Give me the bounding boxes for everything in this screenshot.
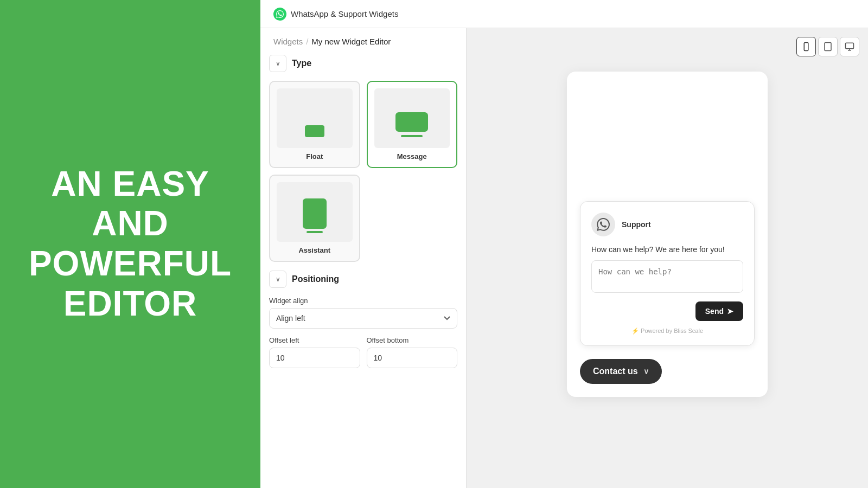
- offset-bottom-input[interactable]: [367, 348, 458, 368]
- offset-bottom-field: Offset bottom: [367, 336, 458, 368]
- support-help-text: How can we help? We are here for you!: [591, 245, 743, 254]
- svg-rect-2: [825, 43, 831, 51]
- contact-us-label: Contact us: [593, 367, 638, 376]
- app-title: WhatsApp & Support Widgets: [291, 9, 398, 18]
- hero-line1: AN EASY: [51, 164, 209, 203]
- message-preview: [374, 88, 450, 148]
- hero-line3: POWERFUL: [29, 244, 232, 283]
- breadcrumb: Widgets / My new Widget Editor: [260, 28, 466, 46]
- editor-panel: Widgets / My new Widget Editor ∨ Type: [260, 28, 467, 488]
- main-area: WhatsApp & Support Widgets Widgets / My …: [260, 0, 868, 488]
- hero-panel: AN EASY AND POWERFUL EDITOR: [0, 0, 260, 488]
- type-section-header: ∨ Type: [269, 55, 457, 72]
- widget-align-field: Widget align Align left Align right Alig…: [269, 297, 457, 329]
- type-section-title: Type: [292, 59, 311, 68]
- contact-chevron-icon: ∨: [643, 367, 649, 376]
- view-buttons: [796, 37, 859, 56]
- send-label: Send: [705, 307, 724, 316]
- float-preview: [277, 88, 353, 148]
- assistant-label: Assistant: [298, 246, 330, 254]
- send-icon: ➤: [727, 307, 733, 316]
- support-send-row: Send ➤: [591, 301, 743, 321]
- type-section: ∨ Type Float: [260, 46, 466, 271]
- positioning-section-header: ∨ Positioning: [269, 271, 457, 288]
- support-avatar: [591, 213, 615, 236]
- support-agent-name: Support: [622, 220, 651, 229]
- widget-preview-card: Support How can we help? We are here for…: [567, 72, 768, 397]
- positioning-chevron-button[interactable]: ∨: [269, 271, 286, 288]
- widget-align-select[interactable]: Align left Align right Align center: [269, 308, 457, 329]
- assistant-line-icon: [307, 231, 323, 233]
- widget-align-label: Widget align: [269, 297, 457, 305]
- send-button[interactable]: Send ➤: [695, 301, 743, 321]
- assistant-preview: [277, 182, 353, 242]
- breadcrumb-parent[interactable]: Widgets: [273, 37, 303, 46]
- support-widget: Support How can we help? We are here for…: [580, 201, 755, 346]
- support-input[interactable]: [591, 260, 743, 293]
- offset-row: Offset left Offset bottom: [269, 336, 457, 376]
- type-cards-grid: Float Message: [269, 81, 457, 168]
- contact-us-button[interactable]: Contact us ∨: [580, 359, 662, 384]
- type-card-float[interactable]: Float: [269, 81, 360, 168]
- float-label: Float: [306, 152, 323, 160]
- hero-line2: AND: [92, 204, 169, 243]
- offset-bottom-label: Offset bottom: [367, 336, 458, 344]
- type-chevron-button[interactable]: ∨: [269, 55, 286, 72]
- preview-area: Support How can we help? We are here for…: [467, 28, 868, 488]
- svg-rect-0: [804, 43, 808, 51]
- message-bubble-icon: [395, 112, 428, 132]
- empty-slot: [367, 175, 458, 262]
- svg-rect-4: [846, 43, 854, 49]
- type-card-assistant[interactable]: Assistant: [269, 175, 360, 262]
- desktop-view-button[interactable]: [840, 37, 859, 56]
- offset-left-field: Offset left: [269, 336, 360, 368]
- assistant-row: Assistant: [269, 175, 457, 262]
- content-row: Widgets / My new Widget Editor ∨ Type: [260, 28, 868, 488]
- type-card-message[interactable]: Message: [367, 81, 458, 168]
- positioning-section: ∨ Positioning Widget align Align left Al…: [260, 271, 466, 384]
- whatsapp-icon: [273, 8, 286, 21]
- hero-text: AN EASY AND POWERFUL EDITOR: [18, 153, 242, 335]
- offset-left-label: Offset left: [269, 336, 360, 344]
- hero-line4: EDITOR: [63, 284, 197, 323]
- positioning-section-title: Positioning: [292, 274, 339, 284]
- breadcrumb-separator: /: [306, 37, 308, 46]
- float-dot-icon: [305, 125, 324, 137]
- tablet-view-button[interactable]: [818, 37, 838, 56]
- breadcrumb-current: My new Widget Editor: [311, 37, 391, 46]
- widget-preview-inner: Support How can we help? We are here for…: [567, 72, 768, 397]
- message-line-icon: [401, 135, 423, 137]
- top-bar: WhatsApp & Support Widgets: [260, 0, 868, 28]
- assistant-block-icon: [303, 198, 327, 229]
- powered-by: ⚡ Powered by Bliss Scale: [591, 328, 743, 335]
- offset-left-input[interactable]: [269, 348, 360, 368]
- support-header: Support: [591, 213, 743, 236]
- message-label: Message: [397, 152, 427, 160]
- mobile-view-button[interactable]: [796, 37, 816, 56]
